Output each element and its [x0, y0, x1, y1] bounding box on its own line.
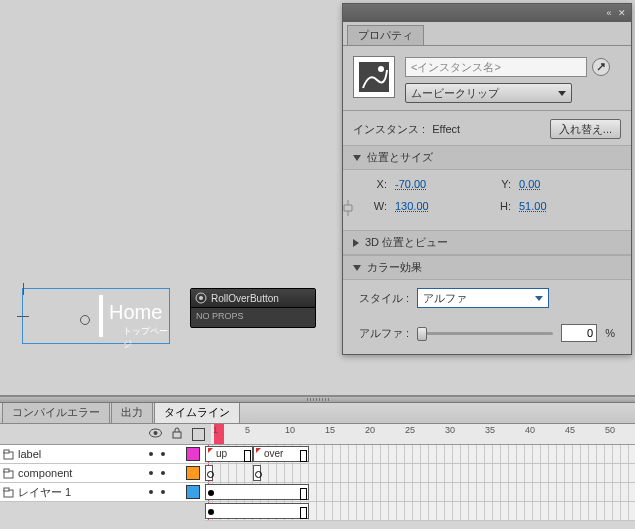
w-value[interactable]: 130.00	[395, 200, 429, 212]
visibility-toggle[interactable]	[149, 471, 153, 475]
visibility-header-icon[interactable]	[149, 428, 162, 440]
svg-point-3	[378, 66, 384, 72]
h-value[interactable]: 51.00	[519, 200, 547, 212]
frame-ruler[interactable]: 15101520253035404550	[211, 424, 635, 444]
home-sub: トップページ	[123, 325, 169, 351]
outline-color-swatch[interactable]	[186, 466, 200, 480]
properties-panel: « ✕ プロパティ <インスタンス名> ムービークリップ	[342, 3, 632, 355]
chevron-down-icon	[558, 91, 566, 96]
frame-label-over[interactable]: over	[253, 446, 309, 462]
outline-color-swatch[interactable]	[186, 485, 200, 499]
panel-close-icon[interactable]: ✕	[617, 8, 627, 18]
keyframe[interactable]	[253, 465, 261, 481]
instance-thumbnail	[353, 56, 395, 98]
layer-type-icon	[0, 449, 16, 460]
tab-output[interactable]: 出力	[111, 401, 153, 423]
disclosure-open-icon[interactable]	[353, 155, 361, 161]
lock-header-icon[interactable]	[172, 427, 182, 441]
alpha-slider[interactable]	[417, 326, 553, 340]
lock-toggle[interactable]	[161, 452, 165, 456]
ruler-number: 40	[525, 425, 535, 435]
component-icon	[195, 292, 207, 304]
layer-row[interactable]: label	[0, 445, 205, 464]
section-position-size[interactable]: 位置とサイズ	[343, 145, 631, 170]
goto-symbol-icon[interactable]	[592, 58, 610, 76]
svg-point-5	[154, 431, 158, 435]
ruler-number: 1	[213, 425, 218, 435]
style-dropdown[interactable]: アルファ	[417, 288, 549, 308]
lock-toggle[interactable]	[161, 490, 165, 494]
layer-name: label	[16, 448, 112, 460]
symbol-type-dropdown[interactable]: ムービークリップ	[405, 83, 572, 103]
ruler-number: 10	[285, 425, 295, 435]
instance-label: インスタンス :	[353, 123, 425, 135]
style-label: スタイル :	[359, 291, 409, 306]
svg-rect-8	[4, 450, 9, 453]
lock-aspect-icon[interactable]	[341, 198, 355, 220]
frame-label-up[interactable]: up	[205, 446, 253, 462]
layer-name: レイヤー 1	[16, 485, 112, 500]
component-name: RollOverButton	[211, 293, 279, 304]
svg-rect-14	[4, 488, 9, 491]
layer-type-icon	[0, 487, 16, 498]
ruler-number: 5	[245, 425, 250, 435]
outline-header-icon[interactable]	[192, 428, 205, 441]
frame-row[interactable]	[205, 483, 635, 502]
panel-titlebar[interactable]: « ✕	[343, 4, 631, 22]
svg-rect-6	[173, 432, 181, 438]
instance-name-input[interactable]: <インスタンス名>	[405, 57, 587, 77]
instance-value: Effect	[432, 123, 460, 135]
outline-color-swatch[interactable]	[186, 447, 200, 461]
layer-name: component	[16, 467, 112, 479]
layer-row[interactable]: component	[0, 464, 205, 483]
ruler-number: 45	[565, 425, 575, 435]
tab-timeline[interactable]: タイムライン	[154, 401, 240, 423]
visibility-toggle[interactable]	[149, 490, 153, 494]
tab-properties[interactable]: プロパティ	[347, 25, 424, 45]
layer-row[interactable]: レイヤー 1	[0, 483, 205, 502]
panel-resize-grip[interactable]	[0, 397, 635, 403]
no-props-label: NO PROPS	[191, 308, 315, 324]
disclosure-open-icon[interactable]	[353, 265, 361, 271]
alpha-label: アルファ :	[359, 326, 409, 341]
ruler-number: 30	[445, 425, 455, 435]
section-3d[interactable]: 3D 位置とビュー	[343, 230, 631, 255]
visibility-toggle[interactable]	[149, 452, 153, 456]
layer-type-icon	[0, 468, 16, 479]
selected-instance[interactable]: Home トップページ	[22, 288, 170, 344]
y-value[interactable]: 0.00	[519, 178, 540, 190]
frame-span[interactable]	[205, 503, 309, 519]
ruler-number: 50	[605, 425, 615, 435]
section-color-effect[interactable]: カラー効果	[343, 255, 631, 280]
x-value[interactable]: -70.00	[395, 178, 426, 190]
frame-row[interactable]	[205, 502, 635, 521]
frame-row[interactable]	[205, 464, 635, 483]
ruler-number: 35	[485, 425, 495, 435]
component-preview[interactable]: RollOverButton NO PROPS	[190, 288, 316, 328]
disclosure-closed-icon[interactable]	[353, 239, 359, 247]
chevron-down-icon	[535, 296, 543, 301]
keyframe[interactable]	[205, 465, 213, 481]
ruler-number: 20	[365, 425, 375, 435]
ruler-number: 25	[405, 425, 415, 435]
panel-collapse-icon[interactable]: «	[604, 8, 614, 18]
tab-compile-errors[interactable]: コンパイルエラー	[2, 401, 110, 423]
ruler-number: 15	[325, 425, 335, 435]
frame-row[interactable]: upover	[205, 445, 635, 464]
lock-toggle[interactable]	[161, 471, 165, 475]
alpha-input[interactable]	[561, 324, 597, 342]
registration-point	[80, 315, 90, 325]
home-text: Home	[109, 301, 162, 324]
frame-span[interactable]	[205, 484, 309, 500]
swap-button[interactable]: 入れ替え...	[550, 119, 621, 139]
timeline-panel: コンパイルエラー 出力 タイムライン 15101520253035404550 …	[0, 395, 635, 529]
svg-point-1	[199, 296, 203, 300]
svg-rect-12	[4, 469, 9, 472]
